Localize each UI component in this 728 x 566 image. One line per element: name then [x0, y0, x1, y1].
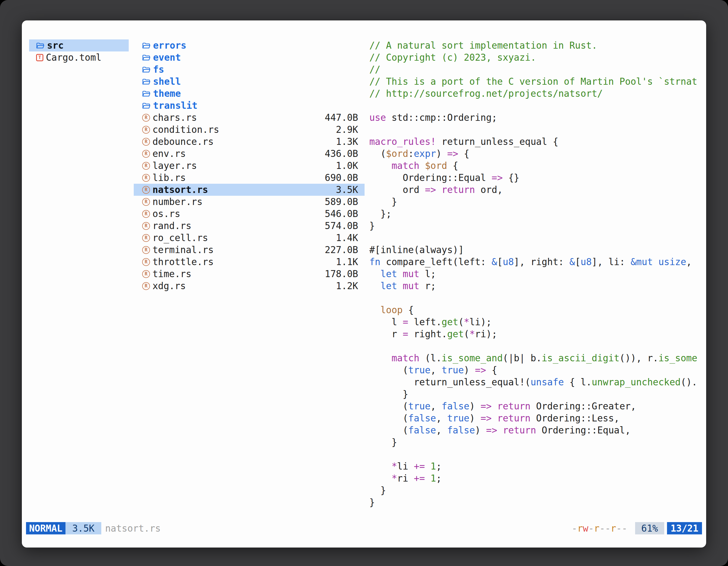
code-line: fn compare_left(left: &[u8], right: &[u8…: [369, 256, 704, 268]
code-line: [369, 340, 704, 352]
code-line: match (l.is_some_and(|b| b.is_ascii_digi…: [369, 352, 704, 364]
code-line: r = right.get(*ri);: [369, 328, 704, 340]
file-size: 3.5K: [336, 184, 358, 196]
file-size: 690.0B: [325, 172, 358, 184]
file-name: throttle.rs: [152, 256, 214, 268]
status-filename: natsort.rs: [105, 522, 161, 534]
file-name: lib.rs: [152, 172, 186, 184]
file-row-lib.rs[interactable]: Rlib.rs690.0B: [134, 172, 365, 184]
mode-badge: NORMAL: [26, 522, 65, 534]
status-bar-right: -rw-r--r-- 61% 13/21: [572, 522, 702, 534]
file-permissions: -rw-r--r--: [572, 522, 627, 534]
file-row-shell[interactable]: shell: [134, 76, 365, 88]
file-row-event[interactable]: event: [134, 51, 365, 64]
parent-pane: srcTCargo.toml: [29, 39, 129, 64]
code-line: #[inline(always)]: [369, 244, 704, 256]
rust-file-icon: R: [142, 246, 150, 254]
file-row-terminal.rs[interactable]: Rterminal.rs227.0B: [134, 244, 365, 256]
file-name: translit: [153, 100, 198, 112]
code-line: //: [369, 64, 704, 76]
file-name: shell: [153, 76, 181, 88]
rust-file-icon: R: [142, 258, 150, 266]
file-row-fs[interactable]: fs: [134, 64, 365, 76]
code-line: *ri += 1;: [369, 472, 704, 484]
file-row-throttle.rs[interactable]: Rthrottle.rs1.1K: [134, 256, 365, 268]
file-name: natsort.rs: [152, 184, 208, 196]
code-line: }: [369, 196, 704, 208]
rust-file-icon: R: [142, 126, 150, 134]
folder-icon: [142, 78, 151, 86]
file-row-os.rs[interactable]: Ros.rs546.0B: [134, 208, 365, 220]
code-line: // Copyright (c) 2023, sxyazi.: [369, 51, 704, 64]
permission-char: -: [605, 523, 611, 534]
code-line: *li += 1;: [369, 460, 704, 472]
folder-icon: [142, 102, 151, 110]
file-row-env.rs[interactable]: Renv.rs436.0B: [134, 148, 365, 160]
file-row-natsort.rs[interactable]: Rnatsort.rs3.5K: [134, 184, 365, 196]
code-line: }: [369, 436, 704, 448]
code-line: }: [369, 388, 704, 400]
file-name: number.rs: [152, 196, 203, 208]
folder-icon: [36, 42, 44, 50]
rust-file-icon: R: [142, 114, 150, 122]
file-row-src[interactable]: src: [29, 39, 129, 51]
yazi-file-manager-window: srcTCargo.toml errorseventfsshellthemetr…: [22, 20, 706, 548]
code-line: [369, 232, 704, 244]
file-size: 436.0B: [325, 148, 358, 160]
file-row-xdg.rs[interactable]: Rxdg.rs1.2K: [134, 280, 365, 292]
file-name: terminal.rs: [152, 244, 214, 256]
code-line: match $ord {: [369, 160, 704, 172]
file-size: 546.0B: [325, 208, 358, 220]
code-line: l = left.get(*li);: [369, 316, 704, 328]
file-row-chars.rs[interactable]: Rchars.rs447.0B: [134, 112, 365, 124]
folder-icon: [142, 90, 151, 98]
file-name: chars.rs: [152, 112, 197, 124]
current-pane: errorseventfsshellthemetranslitRchars.rs…: [134, 39, 365, 292]
file-size: 1.2K: [336, 280, 358, 292]
file-row-rand.rs[interactable]: Rrand.rs574.0B: [134, 220, 365, 232]
code-line: Ordering::Equal => {}: [369, 172, 704, 184]
permission-char: -: [572, 523, 577, 534]
file-size: 574.0B: [325, 220, 358, 232]
file-row-ro_cell.rs[interactable]: Rro_cell.rs1.4K: [134, 232, 365, 244]
code-line: ($ord:expr) => {: [369, 148, 704, 160]
rust-file-icon: R: [142, 198, 150, 206]
code-line: }: [369, 220, 704, 232]
file-name: theme: [153, 88, 181, 100]
file-size: 178.0B: [325, 268, 358, 280]
file-name: time.rs: [152, 268, 191, 280]
permission-char: r: [610, 523, 616, 534]
file-name: fs: [153, 64, 164, 76]
file-size: 447.0B: [325, 112, 358, 124]
file-row-number.rs[interactable]: Rnumber.rs589.0B: [134, 196, 365, 208]
code-line: loop {: [369, 304, 704, 316]
code-line: return_unless_equal!(unsafe { l.unwrap_u…: [369, 376, 704, 388]
code-line: // This is a port of the C version of Ma…: [369, 76, 704, 88]
file-row-translit[interactable]: translit: [134, 100, 365, 112]
code-line: // A natural sort implementation in Rust…: [369, 39, 704, 51]
file-name: Cargo.toml: [46, 51, 102, 64]
file-row-Cargo.toml[interactable]: TCargo.toml: [29, 51, 129, 64]
file-name: xdg.rs: [152, 280, 186, 292]
rust-file-icon: R: [142, 162, 150, 170]
file-size: 2.9K: [336, 124, 358, 136]
code-line: // http://sourcefrog.net/projects/natsor…: [369, 88, 704, 100]
code-line: (false, false) => return Ordering::Equal…: [369, 424, 704, 436]
file-name: env.rs: [152, 148, 186, 160]
rust-file-icon: R: [142, 282, 150, 290]
file-size: 1.3K: [336, 136, 358, 148]
file-row-time.rs[interactable]: Rtime.rs178.0B: [134, 268, 365, 280]
code-line: [369, 448, 704, 460]
file-row-condition.rs[interactable]: Rcondition.rs2.9K: [134, 124, 365, 136]
rust-file-icon: R: [142, 174, 150, 182]
folder-icon: [142, 42, 151, 50]
file-row-layer.rs[interactable]: Rlayer.rs1.0K: [134, 160, 365, 172]
permission-char: -: [588, 523, 594, 534]
file-row-debounce.rs[interactable]: Rdebounce.rs1.3K: [134, 136, 365, 148]
file-name: event: [153, 51, 181, 64]
rust-file-icon: R: [142, 234, 150, 242]
preview-pane: // A natural sort implementation in Rust…: [369, 39, 704, 512]
file-row-theme[interactable]: theme: [134, 88, 365, 100]
code-line: }: [369, 496, 704, 508]
file-row-errors[interactable]: errors: [134, 39, 365, 51]
